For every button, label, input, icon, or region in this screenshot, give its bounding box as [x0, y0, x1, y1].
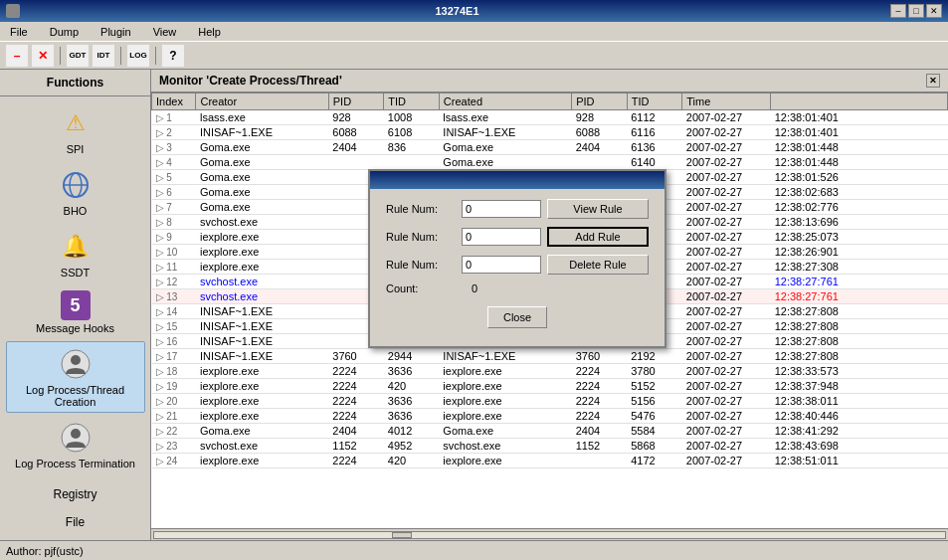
cell-creator: iexplore.exe [196, 230, 328, 245]
message-hooks-icon: 5 [61, 290, 91, 320]
add-rule-button[interactable]: Add Rule [547, 227, 649, 247]
cell-date: 2007-02-27 [682, 304, 771, 319]
status-bar: Author: pjf(ustc) [0, 540, 948, 560]
x-button[interactable]: ✕ [32, 45, 54, 67]
rule-num-input-2[interactable] [462, 228, 541, 246]
cell-date: 2007-02-27 [682, 364, 771, 379]
cell-tid2: 5152 [627, 379, 682, 394]
cell-creator: Goma.exe [196, 155, 328, 170]
dialog-footer: Close [386, 302, 649, 336]
registry-label: Registry [53, 487, 96, 501]
title-bar: 13274E1 – □ ✕ [0, 0, 948, 22]
cell-index: ▷ 5 [152, 170, 196, 185]
menu-help[interactable]: Help [192, 24, 227, 40]
window-title: 13274E1 [24, 5, 890, 17]
sidebar-item-log-process-termination[interactable]: Log Process Termination [6, 415, 145, 474]
cell-pid2: 2404 [572, 424, 628, 439]
cell-index: ▷ 16 [152, 334, 196, 349]
cell-pid1: 928 [328, 110, 384, 125]
menu-file[interactable]: File [4, 24, 34, 40]
cell-created: svchost.exe [439, 439, 571, 454]
content-close-button[interactable]: ✕ [926, 74, 940, 88]
col-pid1: PID [328, 93, 384, 110]
cell-index: ▷ 3 [152, 140, 196, 155]
cell-date: 2007-02-27 [682, 334, 771, 349]
sidebar-item-message-hooks[interactable]: 5 Message Hooks [6, 285, 145, 339]
cell-index: ▷ 17 [152, 349, 196, 364]
col-pid2: PID [572, 93, 628, 110]
cell-pid1: 3760 [328, 349, 384, 364]
col-tid1: TID [384, 93, 440, 110]
sidebar-item-file[interactable]: File [6, 508, 145, 534]
menu-dump[interactable]: Dump [44, 24, 85, 40]
cell-index: ▷ 9 [152, 230, 196, 245]
minus-button[interactable]: – [6, 45, 28, 67]
cell-date: 2007-02-27 [682, 454, 771, 468]
cell-tid1: 836 [384, 140, 440, 155]
cell-date: 2007-02-27 [682, 260, 771, 275]
cell-creator: Goma.exe [196, 170, 328, 185]
cell-time: 12:38:41:292 [771, 424, 948, 439]
cell-tid1: 2944 [384, 349, 440, 364]
sidebar-item-log-process-thread[interactable]: Log Process/Thread Creation [6, 341, 145, 413]
rule-num-input-3[interactable] [462, 256, 541, 274]
cell-pid2: 2224 [572, 394, 628, 409]
minimize-button[interactable]: – [890, 4, 906, 18]
cell-time: 12:38:27:808 [771, 304, 948, 319]
menu-view[interactable]: View [147, 24, 183, 40]
cell-index: ▷ 2 [152, 125, 196, 140]
log-process-thread-icon [58, 346, 94, 382]
rule-num-input-1[interactable] [462, 200, 541, 218]
cell-time: 12:38:43:698 [771, 439, 948, 454]
delete-rule-button[interactable]: Delete Rule [547, 255, 649, 275]
maximize-button[interactable]: □ [908, 4, 924, 18]
cell-date: 2007-02-27 [682, 319, 771, 334]
log-button[interactable]: LOG [127, 45, 149, 67]
cell-creator: svchost.exe [196, 215, 328, 230]
window-icon [6, 4, 20, 18]
cell-tid2: 5476 [627, 409, 682, 424]
horizontal-scrollbar[interactable] [151, 528, 948, 540]
cell-tid1: 420 [384, 379, 440, 394]
cell-time: 12:38:33:573 [771, 364, 948, 379]
sidebar-item-ssdt[interactable]: 🔔 SSDT [6, 224, 145, 283]
cell-tid1: 3636 [384, 364, 440, 379]
cell-index: ▷ 22 [152, 424, 196, 439]
svg-point-4 [71, 355, 81, 365]
cell-date: 2007-02-27 [682, 170, 771, 185]
menu-plugin[interactable]: Plugin [95, 24, 137, 40]
sidebar-item-spi[interactable]: ⚠ SPI [6, 100, 145, 160]
idt-button[interactable]: IDT [93, 45, 114, 67]
cell-creator: iexplore.exe [196, 409, 328, 424]
toolbar-separator-1 [60, 47, 61, 65]
scrollbar-track[interactable] [153, 531, 946, 539]
cell-pid2 [572, 454, 628, 468]
cell-time: 12:38:02:683 [771, 185, 948, 200]
dialog-row-1: Rule Num: View Rule [386, 199, 649, 219]
gdt-button[interactable]: GDT [67, 45, 89, 67]
close-button[interactable]: ✕ [926, 4, 942, 18]
table-row: ▷ 3 Goma.exe 2404 836 Goma.exe 2404 6136… [152, 140, 948, 155]
dialog-row-2: Rule Num: Add Rule [386, 227, 649, 247]
sidebar-item-bho[interactable]: BHO [6, 162, 145, 222]
help-button[interactable]: ? [162, 45, 184, 67]
cell-index: ▷ 1 [152, 110, 196, 125]
col-time: Time [682, 93, 771, 110]
cell-creator: svchost.exe [196, 275, 328, 289]
cell-date: 2007-02-27 [682, 230, 771, 245]
scrollbar-thumb[interactable] [392, 532, 412, 538]
view-rule-button[interactable]: View Rule [547, 199, 649, 219]
cell-pid1: 6088 [328, 125, 384, 140]
cell-date: 2007-02-27 [682, 289, 771, 304]
cell-index: ▷ 4 [152, 155, 196, 170]
cell-created: INISAF~1.EXE [439, 349, 571, 364]
cell-index: ▷ 18 [152, 364, 196, 379]
cell-index: ▷ 24 [152, 454, 196, 468]
sidebar-item-registry[interactable]: Registry [6, 480, 145, 506]
ssdt-icon: 🔔 [58, 229, 94, 265]
table-row: ▷ 1 lsass.exe 928 1008 lsass.exe 928 611… [152, 110, 948, 125]
cell-tid1: 4012 [384, 424, 440, 439]
cell-created: Goma.exe [439, 155, 571, 170]
close-dialog-button[interactable]: Close [487, 306, 547, 328]
cell-index: ▷ 23 [152, 439, 196, 454]
